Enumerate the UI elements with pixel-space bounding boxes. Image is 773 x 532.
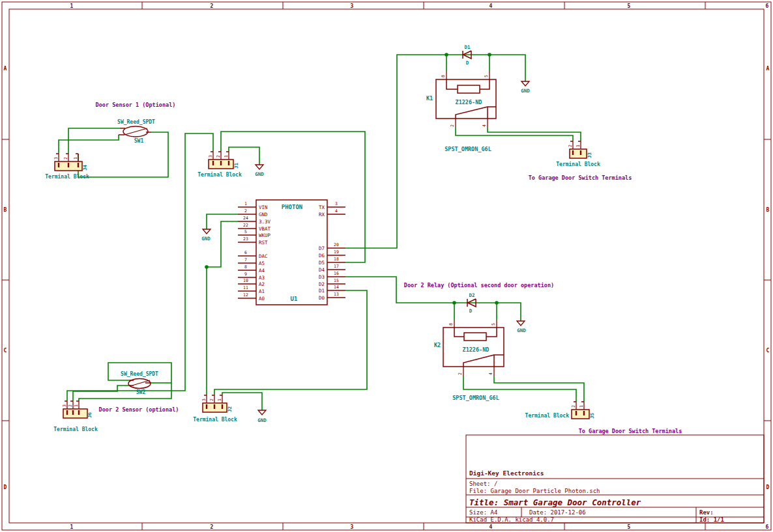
title-block-size: Size: A4 (469, 509, 497, 516)
pin-number: 1 (244, 201, 247, 206)
pin-number: 16 (334, 271, 339, 276)
relay-circuit-2: Door 2 Relay (Optional second door opera… (404, 282, 682, 434)
relay-pin: 2 (458, 372, 463, 375)
pin-name: WKUP (259, 232, 271, 238)
pin-name: VIN (259, 204, 268, 210)
d1-ref: D1 (464, 44, 471, 50)
to-terminals-note-2: To Garage Door Switch Terminals (579, 428, 682, 434)
pin-number: 19 (334, 249, 339, 255)
photon-ref: U1 (291, 296, 298, 302)
terminal-pin: 1 (217, 399, 222, 401)
pin-number: 8 (244, 264, 247, 270)
d2-value: D (469, 308, 473, 314)
terminal-pin: 3 (201, 399, 207, 401)
frame-row-label: B (4, 207, 7, 213)
terminal-pin: 1 (579, 405, 584, 408)
title-block-title: Title: Smart Garage Door Controller (469, 497, 641, 507)
junction-dot (445, 53, 448, 57)
pin-name: D0 (319, 295, 325, 301)
title-block: Digi-Key Electronics Sheet: / File: Gara… (466, 435, 764, 523)
terminal-pin: 2 (571, 405, 576, 408)
k1-footprint: SPST_OMRON_G6L (445, 146, 491, 152)
relay-pin: 4 (482, 124, 487, 127)
pin-number: 24 (243, 216, 248, 221)
frame-col-label: 1 (70, 524, 74, 530)
pin-name: D6 (319, 253, 325, 259)
gnd-symbol: GND (255, 165, 264, 177)
sw2-value: SW_Reed_SPDT (121, 371, 158, 377)
door-sensor-1: Door Sensor 1 (Optional) SW_Reed_SPDT SW… (45, 102, 175, 180)
terminal-pin: 2 (63, 157, 68, 160)
sw1-value: SW_Reed_SPDT (117, 119, 155, 125)
pin-name: D3 (319, 274, 325, 280)
j5-label: Terminal Block (525, 412, 570, 419)
gnd-symbol: GND (521, 81, 530, 94)
frame-col-label: 4 (489, 524, 493, 530)
pin-number: 3 (335, 201, 338, 206)
gnd-label: GND (517, 328, 526, 333)
terminal-pin: 2 (209, 399, 214, 401)
relay2-note: Door 2 Relay (Optional second door opera… (404, 282, 554, 288)
gnd-symbol: GND (201, 229, 211, 242)
pin-number: 13 (334, 292, 339, 297)
j3-ref: J3 (587, 152, 592, 158)
frame-col-label: 6 (766, 524, 769, 530)
pin-number: 22 (243, 223, 248, 228)
sensor1-note: Door Sensor 1 (Optional) (96, 102, 176, 108)
pin-name: RX (319, 212, 325, 217)
pin-name: D5 (319, 260, 325, 266)
frame-col-label: 4 (489, 3, 493, 9)
terminal-block-j1: 3 2 1 J1 Terminal Block (197, 152, 242, 178)
frame-row-label: A (766, 66, 770, 72)
title-block-date: Date: 2017-12-06 (529, 509, 586, 516)
junction-dot (452, 301, 456, 305)
pin-name: D4 (319, 267, 325, 273)
d2-ref: D2 (469, 292, 474, 298)
title-block-company: Digi-Key Electronics (469, 469, 544, 477)
frame-col-label: 3 (351, 524, 354, 530)
j3-label: Terminal Block (556, 161, 600, 167)
pin-number: 20 (334, 242, 339, 247)
terminal-pin: 3 (208, 155, 213, 158)
j5-ref: J5 (589, 413, 595, 419)
terminal-block-j6: 3 2 1 J6 Terminal Block (53, 401, 98, 432)
title-block-sheet: Sheet: / (469, 481, 497, 487)
frame-col-label: 6 (766, 3, 769, 9)
relay-pin: 8 (441, 75, 446, 77)
j2-label: Terminal Block (193, 416, 237, 423)
pin-name: D1 (319, 288, 325, 294)
title-block-file: File: Garage Door Particle Photon.sch (469, 488, 600, 494)
pin-number: 2 (244, 208, 247, 214)
terminal-block-j4: 3 2 1 J4 Terminal Block (45, 154, 89, 180)
j6-ref: J6 (87, 412, 93, 418)
junction-dot (495, 301, 499, 305)
frame-row-label: D (4, 484, 7, 490)
frame-col-label: 5 (628, 524, 631, 530)
junction-dot (205, 265, 209, 269)
frame-row-label: D (766, 484, 770, 490)
schematic-page: 1 2 3 4 5 6 1 2 3 4 5 6 A B C D A B C D … (0, 0, 773, 532)
gnd-label: GND (521, 88, 530, 94)
reed-switch-sw1: SW_Reed_SPDT SW1 (117, 119, 155, 144)
pin-name: A2 (259, 281, 265, 287)
pin-number: 18 (334, 257, 339, 262)
title-block-rev: Rev: (699, 509, 714, 516)
d1-value: D (466, 60, 469, 66)
k2-ref: K2 (434, 342, 441, 348)
j4-ref: J4 (82, 164, 88, 171)
pin-number: 17 (334, 264, 339, 269)
gnd-label: GND (255, 171, 264, 177)
frame-col-label: 2 (211, 524, 214, 530)
terminal-pin: 2 (68, 404, 73, 407)
gnd-symbols: GND GND GND GND GND (201, 81, 530, 423)
terminal-block-j2: 3 2 1 J2 Terminal Block (193, 395, 237, 423)
k1-ref: K1 (426, 95, 433, 102)
title-block-id: Id: 1/1 (699, 516, 724, 523)
terminal-pin: 3 (62, 404, 67, 407)
terminal-pin: 2 (216, 155, 221, 158)
frame-col-label: 3 (351, 3, 354, 9)
relay-pin: 4 (488, 372, 493, 375)
pin-name: TX (319, 204, 325, 210)
relay-pin: 5 (491, 323, 496, 326)
gnd-symbol: GND (257, 410, 267, 423)
